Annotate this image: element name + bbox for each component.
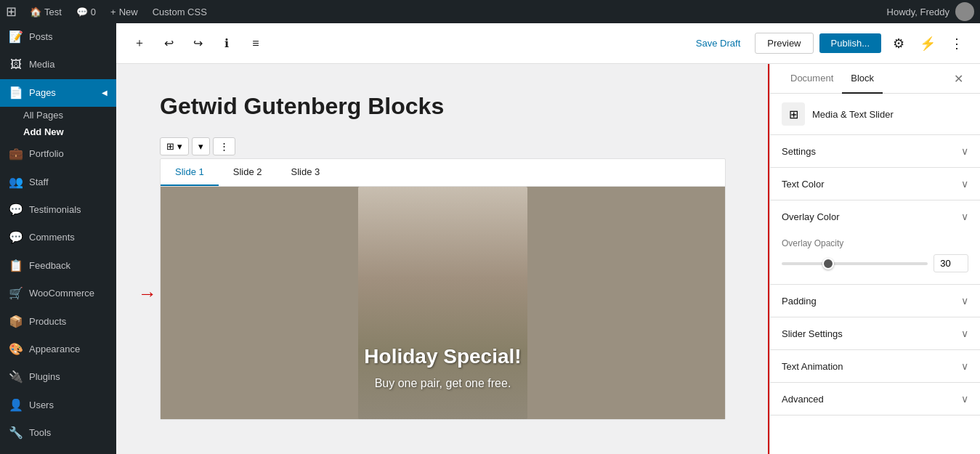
toolbar-right: Save Draft Preview Publish... ⚙ ⚡ ⋮ bbox=[687, 32, 968, 55]
lightning-button[interactable]: ⚡ bbox=[916, 32, 939, 55]
editor-area: ＋ ↩ ↪ ℹ ≡ Save Draft Preview Publish... … bbox=[116, 23, 980, 454]
admin-bar-home[interactable]: 🏠 Test bbox=[25, 7, 66, 17]
block-move-button[interactable]: ▾ bbox=[192, 137, 210, 155]
testimonials-icon: 💬 bbox=[9, 202, 23, 218]
tab-document[interactable]: Document bbox=[782, 64, 842, 94]
tab-block[interactable]: Block bbox=[842, 64, 883, 94]
list-view-button[interactable]: ≡ bbox=[244, 32, 267, 55]
posts-icon: 📝 bbox=[9, 29, 23, 45]
add-icon: ＋ bbox=[134, 36, 145, 51]
sidebar-item-all-pages[interactable]: All Pages bbox=[0, 107, 116, 123]
sidebar-item-appearance[interactable]: 🎨 Appearance bbox=[0, 336, 116, 363]
sidebar-item-add-new[interactable]: Add New bbox=[0, 123, 116, 140]
howdy-text: Howdy, Freddy bbox=[887, 7, 949, 17]
panel-tabs: Document Block ✕ bbox=[770, 64, 980, 94]
block-type-icon: ⊞ bbox=[166, 141, 174, 152]
add-block-button[interactable]: ＋ bbox=[128, 32, 151, 55]
redo-button[interactable]: ↪ bbox=[186, 32, 209, 55]
home-icon: 🏠 bbox=[30, 7, 41, 17]
accordion-text-animation-header[interactable]: Text Animation ∨ bbox=[770, 350, 980, 382]
panel-close-button[interactable]: ✕ bbox=[948, 68, 968, 89]
left-arrow-indicator: → bbox=[138, 283, 157, 305]
tools-icon: 🔧 bbox=[9, 425, 23, 441]
editor-toolbar: ＋ ↩ ↪ ℹ ≡ Save Draft Preview Publish... … bbox=[116, 23, 980, 64]
sidebar-item-portfolio[interactable]: 💼 Portfolio bbox=[0, 140, 116, 168]
overlay-opacity-input[interactable] bbox=[934, 254, 968, 272]
accordion-settings: Settings ∨ bbox=[770, 135, 980, 168]
media-icon: 🖼 bbox=[9, 57, 23, 73]
sidebar-item-posts[interactable]: 📝 Posts bbox=[0, 23, 116, 51]
accordion-advanced: Advanced ∨ bbox=[770, 383, 980, 416]
padding-chevron-icon: ∨ bbox=[961, 295, 968, 307]
block-type-icon: ⊞ bbox=[782, 102, 805, 126]
sidebar-item-users[interactable]: 👤 Users bbox=[0, 392, 116, 419]
page-title: Getwid Gutenberg Blocks bbox=[160, 93, 726, 120]
lightning-icon: ⚡ bbox=[920, 36, 936, 52]
main-layout: 📝 Posts 🖼 Media 📄 Pages ◀ All Pages Add … bbox=[0, 23, 980, 454]
sidebar-item-feedback[interactable]: 📋 Feedback bbox=[0, 252, 116, 280]
pages-arrow-icon: ◀ bbox=[102, 88, 108, 98]
text-color-chevron-icon: ∨ bbox=[961, 178, 968, 190]
sidebar-item-woocommerce[interactable]: 🛒 WooCommerce bbox=[0, 280, 116, 307]
panel-body[interactable]: Settings ∨ Text Color ∨ bbox=[770, 135, 980, 454]
editor-content-area: Getwid Gutenberg Blocks → ⊞ ▾ ▾ bbox=[116, 64, 980, 454]
slider-subtext: Buy one pair, get one free. bbox=[364, 377, 521, 390]
slider-tabs: Slide 1 Slide 2 Slide 3 bbox=[161, 159, 725, 187]
block-chevron-icon: ▾ bbox=[177, 141, 182, 152]
sidebar-item-products[interactable]: 📦 Products bbox=[0, 308, 116, 336]
publish-button[interactable]: Publish... bbox=[819, 33, 881, 53]
slider-headline: Holiday Special! bbox=[364, 345, 521, 368]
plus-icon: + bbox=[110, 7, 116, 17]
list-icon: ≡ bbox=[252, 37, 259, 50]
ellipsis-icon: ⋮ bbox=[950, 36, 963, 52]
feedback-icon: 📋 bbox=[9, 258, 23, 274]
admin-bar-custom-css[interactable]: Custom CSS bbox=[148, 7, 211, 17]
wp-logo-icon[interactable]: ⊞ bbox=[6, 4, 17, 20]
editor-content[interactable]: Getwid Gutenberg Blocks → ⊞ ▾ ▾ bbox=[116, 64, 769, 454]
products-icon: 📦 bbox=[9, 314, 23, 330]
slide-tab-1[interactable]: Slide 1 bbox=[161, 159, 219, 186]
sidebar-item-testimonials[interactable]: 💬 Testimonials bbox=[0, 196, 116, 224]
slide-tab-2[interactable]: Slide 2 bbox=[219, 159, 277, 186]
block-with-arrows: → ⊞ ▾ ▾ ⋮ bbox=[160, 137, 726, 420]
sidebar-item-pages[interactable]: 📄 Pages ◀ bbox=[0, 79, 116, 107]
users-icon: 👤 bbox=[9, 397, 23, 413]
sidebar-item-settings[interactable]: ⚙ Settings bbox=[0, 447, 116, 454]
block-toolbar: ⊞ ▾ ▾ ⋮ bbox=[160, 137, 726, 155]
sidebar-item-plugins[interactable]: 🔌 Plugins bbox=[0, 363, 116, 391]
more-options-button[interactable]: ⋮ bbox=[945, 32, 968, 55]
block-options-button[interactable]: ⋮ bbox=[213, 137, 235, 155]
portfolio-icon: 💼 bbox=[9, 146, 23, 162]
sidebar-item-comments[interactable]: 💬 Comments bbox=[0, 224, 116, 251]
accordion-text-color-header[interactable]: Text Color ∨ bbox=[770, 168, 980, 200]
sidebar-item-media[interactable]: 🖼 Media bbox=[0, 51, 116, 78]
admin-bar-right: Howdy, Freddy bbox=[887, 2, 974, 21]
redo-icon: ↪ bbox=[193, 36, 203, 50]
move-icon: ▾ bbox=[198, 141, 203, 152]
accordion-text-color: Text Color ∨ bbox=[770, 168, 980, 200]
slide-tab-3[interactable]: Slide 3 bbox=[277, 159, 335, 186]
overlay-opacity-slider[interactable] bbox=[782, 262, 928, 265]
admin-bar-new[interactable]: + New bbox=[106, 7, 142, 17]
admin-bar-comments[interactable]: 💬 0 bbox=[72, 7, 100, 17]
admin-bar: ⊞ 🏠 Test 💬 0 + New Custom CSS Howdy, Fre… bbox=[0, 0, 980, 23]
settings-button[interactable]: ⚙ bbox=[887, 32, 910, 55]
accordion-settings-header[interactable]: Settings ∨ bbox=[770, 135, 980, 167]
accordion-overlay-color-header[interactable]: Overlay Color ∨ bbox=[770, 200, 980, 232]
info-button[interactable]: ℹ bbox=[215, 32, 238, 55]
appearance-icon: 🎨 bbox=[9, 341, 23, 357]
block-name-label: Media & Text Slider bbox=[812, 109, 894, 120]
accordion-advanced-header[interactable]: Advanced ∨ bbox=[770, 383, 980, 415]
undo-button[interactable]: ↩ bbox=[157, 32, 180, 55]
block-type-button[interactable]: ⊞ ▾ bbox=[160, 137, 189, 155]
sidebar-item-staff[interactable]: 👥 Staff bbox=[0, 169, 116, 196]
avatar[interactable] bbox=[955, 2, 974, 21]
preview-button[interactable]: Preview bbox=[755, 33, 813, 54]
accordion-slider-settings-header[interactable]: Slider Settings ∨ bbox=[770, 317, 980, 349]
overlay-opacity-slider-row: → bbox=[782, 254, 968, 272]
sidebar-item-tools[interactable]: 🔧 Tools bbox=[0, 419, 116, 447]
save-draft-button[interactable]: Save Draft bbox=[687, 33, 749, 53]
gear-icon: ⚙ bbox=[893, 36, 904, 52]
accordion-padding-header[interactable]: Padding ∨ bbox=[770, 285, 980, 317]
sidebar: 📝 Posts 🖼 Media 📄 Pages ◀ All Pages Add … bbox=[0, 23, 116, 454]
